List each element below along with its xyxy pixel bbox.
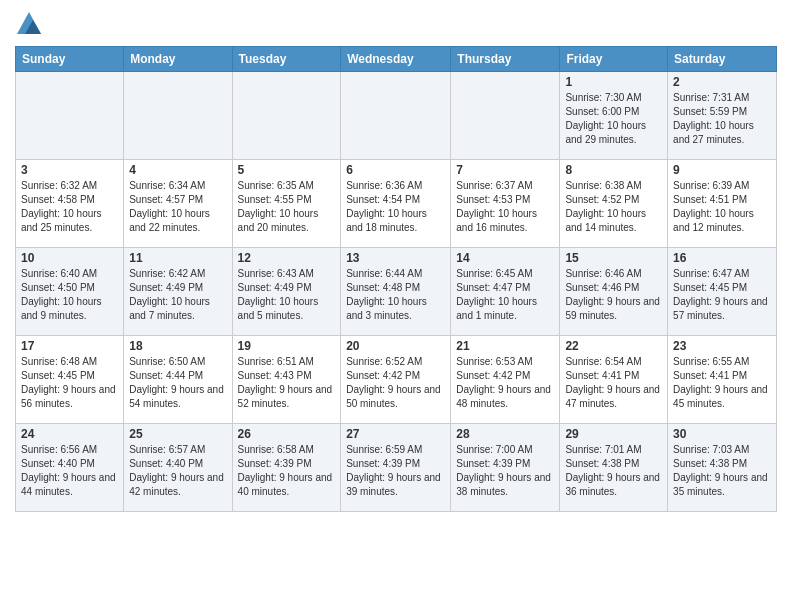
page: SundayMondayTuesdayWednesdayThursdayFrid… — [0, 0, 792, 612]
calendar-week-row: 1Sunrise: 7:30 AM Sunset: 6:00 PM Daylig… — [16, 72, 777, 160]
calendar-day-cell: 3Sunrise: 6:32 AM Sunset: 4:58 PM Daylig… — [16, 160, 124, 248]
calendar-day-cell: 15Sunrise: 6:46 AM Sunset: 4:46 PM Dayli… — [560, 248, 668, 336]
day-info: Sunrise: 6:40 AM Sunset: 4:50 PM Dayligh… — [21, 267, 118, 323]
day-info: Sunrise: 6:45 AM Sunset: 4:47 PM Dayligh… — [456, 267, 554, 323]
day-number: 29 — [565, 427, 662, 441]
day-info: Sunrise: 6:36 AM Sunset: 4:54 PM Dayligh… — [346, 179, 445, 235]
calendar-day-cell: 30Sunrise: 7:03 AM Sunset: 4:38 PM Dayli… — [668, 424, 777, 512]
day-number: 12 — [238, 251, 336, 265]
day-info: Sunrise: 7:00 AM Sunset: 4:39 PM Dayligh… — [456, 443, 554, 499]
day-info: Sunrise: 6:54 AM Sunset: 4:41 PM Dayligh… — [565, 355, 662, 411]
calendar-day-cell: 29Sunrise: 7:01 AM Sunset: 4:38 PM Dayli… — [560, 424, 668, 512]
day-info: Sunrise: 6:32 AM Sunset: 4:58 PM Dayligh… — [21, 179, 118, 235]
calendar: SundayMondayTuesdayWednesdayThursdayFrid… — [15, 46, 777, 512]
calendar-day-cell — [341, 72, 451, 160]
day-number: 19 — [238, 339, 336, 353]
weekday-header: Sunday — [16, 47, 124, 72]
calendar-day-cell: 7Sunrise: 6:37 AM Sunset: 4:53 PM Daylig… — [451, 160, 560, 248]
day-info: Sunrise: 6:58 AM Sunset: 4:39 PM Dayligh… — [238, 443, 336, 499]
day-info: Sunrise: 6:34 AM Sunset: 4:57 PM Dayligh… — [129, 179, 226, 235]
calendar-header-row: SundayMondayTuesdayWednesdayThursdayFrid… — [16, 47, 777, 72]
calendar-day-cell: 12Sunrise: 6:43 AM Sunset: 4:49 PM Dayli… — [232, 248, 341, 336]
day-info: Sunrise: 6:51 AM Sunset: 4:43 PM Dayligh… — [238, 355, 336, 411]
calendar-day-cell: 6Sunrise: 6:36 AM Sunset: 4:54 PM Daylig… — [341, 160, 451, 248]
calendar-day-cell: 24Sunrise: 6:56 AM Sunset: 4:40 PM Dayli… — [16, 424, 124, 512]
day-number: 11 — [129, 251, 226, 265]
header — [15, 10, 777, 38]
day-number: 15 — [565, 251, 662, 265]
day-number: 28 — [456, 427, 554, 441]
day-info: Sunrise: 7:30 AM Sunset: 6:00 PM Dayligh… — [565, 91, 662, 147]
day-number: 30 — [673, 427, 771, 441]
day-number: 2 — [673, 75, 771, 89]
day-info: Sunrise: 6:57 AM Sunset: 4:40 PM Dayligh… — [129, 443, 226, 499]
day-number: 8 — [565, 163, 662, 177]
day-number: 7 — [456, 163, 554, 177]
weekday-header: Tuesday — [232, 47, 341, 72]
day-info: Sunrise: 6:37 AM Sunset: 4:53 PM Dayligh… — [456, 179, 554, 235]
day-info: Sunrise: 7:31 AM Sunset: 5:59 PM Dayligh… — [673, 91, 771, 147]
calendar-day-cell: 28Sunrise: 7:00 AM Sunset: 4:39 PM Dayli… — [451, 424, 560, 512]
day-number: 24 — [21, 427, 118, 441]
calendar-day-cell — [16, 72, 124, 160]
weekday-header: Thursday — [451, 47, 560, 72]
calendar-day-cell: 1Sunrise: 7:30 AM Sunset: 6:00 PM Daylig… — [560, 72, 668, 160]
calendar-day-cell: 4Sunrise: 6:34 AM Sunset: 4:57 PM Daylig… — [124, 160, 232, 248]
day-number: 4 — [129, 163, 226, 177]
day-info: Sunrise: 6:52 AM Sunset: 4:42 PM Dayligh… — [346, 355, 445, 411]
logo — [15, 10, 47, 38]
day-number: 26 — [238, 427, 336, 441]
calendar-day-cell: 13Sunrise: 6:44 AM Sunset: 4:48 PM Dayli… — [341, 248, 451, 336]
calendar-day-cell: 23Sunrise: 6:55 AM Sunset: 4:41 PM Dayli… — [668, 336, 777, 424]
day-info: Sunrise: 6:47 AM Sunset: 4:45 PM Dayligh… — [673, 267, 771, 323]
weekday-header: Wednesday — [341, 47, 451, 72]
day-number: 5 — [238, 163, 336, 177]
weekday-header: Monday — [124, 47, 232, 72]
calendar-day-cell: 11Sunrise: 6:42 AM Sunset: 4:49 PM Dayli… — [124, 248, 232, 336]
calendar-day-cell: 27Sunrise: 6:59 AM Sunset: 4:39 PM Dayli… — [341, 424, 451, 512]
calendar-week-row: 10Sunrise: 6:40 AM Sunset: 4:50 PM Dayli… — [16, 248, 777, 336]
calendar-day-cell: 17Sunrise: 6:48 AM Sunset: 4:45 PM Dayli… — [16, 336, 124, 424]
calendar-day-cell: 2Sunrise: 7:31 AM Sunset: 5:59 PM Daylig… — [668, 72, 777, 160]
day-info: Sunrise: 6:43 AM Sunset: 4:49 PM Dayligh… — [238, 267, 336, 323]
day-info: Sunrise: 6:59 AM Sunset: 4:39 PM Dayligh… — [346, 443, 445, 499]
day-number: 23 — [673, 339, 771, 353]
calendar-day-cell: 14Sunrise: 6:45 AM Sunset: 4:47 PM Dayli… — [451, 248, 560, 336]
day-info: Sunrise: 7:03 AM Sunset: 4:38 PM Dayligh… — [673, 443, 771, 499]
day-info: Sunrise: 6:44 AM Sunset: 4:48 PM Dayligh… — [346, 267, 445, 323]
day-number: 21 — [456, 339, 554, 353]
calendar-day-cell: 8Sunrise: 6:38 AM Sunset: 4:52 PM Daylig… — [560, 160, 668, 248]
day-number: 22 — [565, 339, 662, 353]
day-info: Sunrise: 6:56 AM Sunset: 4:40 PM Dayligh… — [21, 443, 118, 499]
day-info: Sunrise: 6:48 AM Sunset: 4:45 PM Dayligh… — [21, 355, 118, 411]
day-number: 16 — [673, 251, 771, 265]
day-number: 10 — [21, 251, 118, 265]
day-number: 1 — [565, 75, 662, 89]
calendar-week-row: 3Sunrise: 6:32 AM Sunset: 4:58 PM Daylig… — [16, 160, 777, 248]
calendar-day-cell — [124, 72, 232, 160]
day-info: Sunrise: 6:35 AM Sunset: 4:55 PM Dayligh… — [238, 179, 336, 235]
calendar-day-cell: 22Sunrise: 6:54 AM Sunset: 4:41 PM Dayli… — [560, 336, 668, 424]
calendar-day-cell: 19Sunrise: 6:51 AM Sunset: 4:43 PM Dayli… — [232, 336, 341, 424]
calendar-day-cell — [451, 72, 560, 160]
day-number: 13 — [346, 251, 445, 265]
day-number: 6 — [346, 163, 445, 177]
calendar-day-cell: 26Sunrise: 6:58 AM Sunset: 4:39 PM Dayli… — [232, 424, 341, 512]
day-number: 14 — [456, 251, 554, 265]
day-number: 25 — [129, 427, 226, 441]
day-number: 17 — [21, 339, 118, 353]
logo-icon — [15, 10, 43, 38]
day-info: Sunrise: 6:39 AM Sunset: 4:51 PM Dayligh… — [673, 179, 771, 235]
day-number: 27 — [346, 427, 445, 441]
day-info: Sunrise: 6:53 AM Sunset: 4:42 PM Dayligh… — [456, 355, 554, 411]
weekday-header: Friday — [560, 47, 668, 72]
day-number: 3 — [21, 163, 118, 177]
calendar-day-cell: 18Sunrise: 6:50 AM Sunset: 4:44 PM Dayli… — [124, 336, 232, 424]
day-number: 9 — [673, 163, 771, 177]
day-info: Sunrise: 6:46 AM Sunset: 4:46 PM Dayligh… — [565, 267, 662, 323]
calendar-day-cell: 20Sunrise: 6:52 AM Sunset: 4:42 PM Dayli… — [341, 336, 451, 424]
day-number: 20 — [346, 339, 445, 353]
day-info: Sunrise: 6:38 AM Sunset: 4:52 PM Dayligh… — [565, 179, 662, 235]
calendar-week-row: 17Sunrise: 6:48 AM Sunset: 4:45 PM Dayli… — [16, 336, 777, 424]
calendar-day-cell: 10Sunrise: 6:40 AM Sunset: 4:50 PM Dayli… — [16, 248, 124, 336]
